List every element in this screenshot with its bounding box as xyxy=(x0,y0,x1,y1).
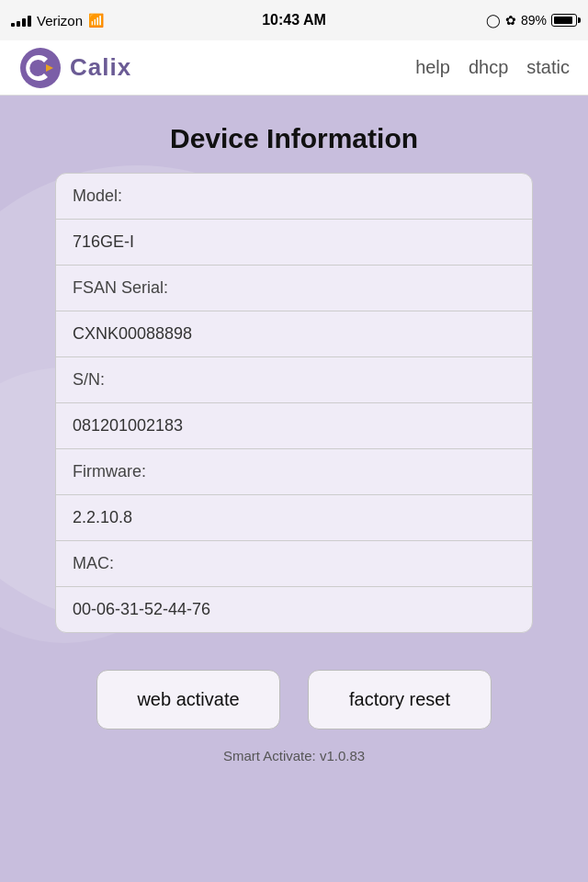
factory-reset-button[interactable]: factory reset xyxy=(308,670,492,729)
version-text: Smart Activate: v1.0.83 xyxy=(223,748,365,763)
nav-dhcp[interactable]: dhcp xyxy=(469,57,508,78)
wifi-icon: 📶 xyxy=(88,13,104,28)
info-row-1: 716GE-I xyxy=(56,220,532,266)
clock-icon: ◯ xyxy=(486,13,501,28)
info-row-8: MAC: xyxy=(56,541,532,587)
web-activate-button[interactable]: web activate xyxy=(96,670,280,729)
info-row-4: S/N: xyxy=(56,357,532,403)
carrier-label: Verizon xyxy=(37,13,83,28)
logo-text: Calix xyxy=(70,53,131,82)
info-row-0: Model: xyxy=(56,174,532,220)
time-label: 10:43 AM xyxy=(262,12,326,28)
bluetooth-icon: ✿ xyxy=(505,13,516,28)
buttons-row: web activate factory reset xyxy=(96,670,492,729)
header: Calix help dhcp static xyxy=(0,40,588,96)
nav-static[interactable]: static xyxy=(526,57,570,78)
info-row-9: 00-06-31-52-44-76 xyxy=(56,587,532,632)
info-row-5: 081201002183 xyxy=(56,403,532,449)
battery-icon xyxy=(551,14,577,27)
battery-percent: 89% xyxy=(521,13,547,28)
signal-icon xyxy=(11,14,31,27)
info-row-7: 2.2.10.8 xyxy=(56,495,532,541)
info-row-3: CXNK00088898 xyxy=(56,311,532,357)
info-row-2: FSAN Serial: xyxy=(56,266,532,311)
status-left: Verizon 📶 xyxy=(11,13,104,28)
device-info-table: Model:716GE-IFSAN Serial:CXNK00088898S/N… xyxy=(55,173,533,633)
calix-logo-icon xyxy=(18,46,62,90)
status-bar: Verizon 📶 10:43 AM ◯ ✿ 89% xyxy=(0,0,588,40)
status-right: ◯ ✿ 89% xyxy=(486,13,577,28)
main-content: Device Information Model:716GE-IFSAN Ser… xyxy=(0,96,588,782)
info-row-6: Firmware: xyxy=(56,449,532,495)
page-title: Device Information xyxy=(170,123,418,154)
nav-help[interactable]: help xyxy=(415,57,450,78)
nav-links: help dhcp static xyxy=(415,57,570,78)
logo-area: Calix xyxy=(18,46,415,90)
